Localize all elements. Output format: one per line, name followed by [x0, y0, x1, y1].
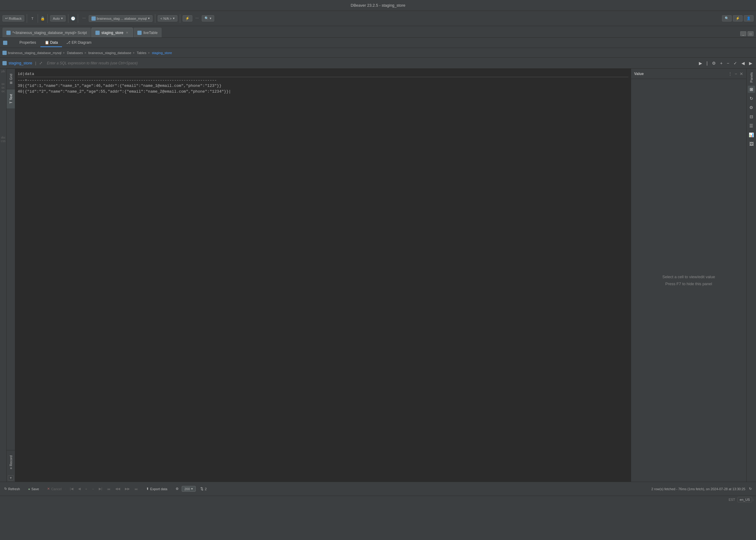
- connection-icon: [91, 16, 96, 21]
- filter-options-button[interactable]: ⚙: [711, 60, 717, 66]
- nav-prev[interactable]: ◀: [76, 486, 82, 492]
- limit-selector[interactable]: 200 ▾: [182, 486, 196, 492]
- toolbar-sep-4: [68, 14, 69, 23]
- search-global-button[interactable]: 🔍: [722, 15, 732, 22]
- sub-tab-er-diagram[interactable]: ⎇ ER Diagram: [62, 39, 96, 47]
- maximize-button[interactable]: □: [747, 31, 754, 36]
- filter-arrow-prev[interactable]: ◀: [740, 60, 746, 66]
- connections-button[interactable]: ⚡: [733, 15, 743, 22]
- breadcrumb-bar: braineous_staging_database_mysql ▸ Datab…: [0, 48, 756, 58]
- k6-label-2: 6K: [2, 86, 5, 89]
- tab-staging-store-close[interactable]: ✕: [125, 31, 129, 34]
- save-button[interactable]: ● Save: [26, 486, 41, 492]
- filter-apply-button[interactable]: ✓: [732, 60, 738, 66]
- data-header: id|data: [18, 71, 628, 77]
- status-bar: ↻ Refresh · ● Save · ✕ Cancel · |◀ ◀ + −…: [0, 482, 756, 496]
- nav-first[interactable]: |◀: [68, 486, 75, 492]
- er-icon: ⎇: [66, 40, 71, 45]
- minimize-button[interactable]: _: [740, 31, 746, 36]
- filter-add-button[interactable]: +: [719, 60, 724, 66]
- data-area[interactable]: id|data ---+----------------------------…: [15, 68, 631, 482]
- tab-livetable[interactable]: liveTable: [133, 28, 162, 37]
- filter-table-icon: [2, 61, 7, 65]
- auto-dropdown[interactable]: Auto ▾: [50, 15, 66, 22]
- action-btn-1[interactable]: ⚡: [183, 15, 192, 22]
- filter-table-name[interactable]: staging_store: [9, 61, 32, 65]
- nav-skip-end[interactable]: ⏭: [133, 486, 140, 492]
- right-icon-grid2[interactable]: ⊟: [748, 113, 755, 120]
- value-panel-minimize[interactable]: −: [735, 71, 737, 76]
- timezone-label: EST: [729, 498, 735, 501]
- rows-count: 2: [205, 487, 207, 491]
- nav-last[interactable]: ▶|: [97, 486, 104, 492]
- window-controls: _ □: [740, 31, 756, 37]
- filter-input[interactable]: [44, 60, 696, 67]
- nav-skip-begin[interactable]: ⏮: [105, 486, 112, 492]
- panels-label[interactable]: Panels: [748, 71, 754, 84]
- database-dropdown[interactable]: < N/A > ▾: [158, 15, 178, 22]
- tab-staging-store-icon: [95, 31, 100, 35]
- nav-add-row[interactable]: +: [83, 486, 89, 492]
- tab-livetable-icon: [137, 31, 142, 35]
- chevron-connection-icon: ▾: [148, 16, 150, 20]
- filter-arrow-next[interactable]: ▶: [748, 60, 754, 66]
- breadcrumb-staging-store[interactable]: staging_store: [152, 51, 172, 55]
- jdb-label: jdb: [1, 70, 5, 73]
- filter-run-button[interactable]: ▶: [698, 60, 703, 66]
- breadcrumb-databases[interactable]: Databases: [67, 51, 83, 55]
- bottom-status-bar: EST en_US :: [0, 496, 756, 503]
- rows-icon: ⇅: [200, 486, 204, 491]
- filter-stop-button[interactable]: |: [705, 60, 709, 66]
- status-right: 2 row(s) fetched - 76ms (1ms fetch), on …: [652, 486, 754, 492]
- row-id-2: 40: [18, 89, 23, 94]
- nav-skip-next[interactable]: ▶▶: [123, 486, 132, 492]
- tab-script[interactable]: *<braineous_staging_database_mysql> Scri…: [2, 28, 91, 37]
- limit-value: 200: [185, 487, 190, 491]
- user-button[interactable]: 👤: [744, 15, 754, 22]
- toolbar-sep-1: [27, 14, 27, 23]
- right-icon-settings[interactable]: ⚙: [748, 104, 755, 111]
- breadcrumb-db[interactable]: braineous_staging_database: [88, 51, 131, 55]
- locale-label: en_US: [737, 497, 752, 502]
- tab-staging-store[interactable]: staging_store ✕: [91, 28, 133, 37]
- filter-bar: staging_store | ⤢ ▶ | ⚙ + − ✓ ◀ ▶: [0, 58, 756, 68]
- right-icon-image[interactable]: 🖼: [748, 140, 755, 148]
- sub-tab-properties[interactable]: Properties: [15, 39, 41, 47]
- right-icon-table[interactable]: ⊞: [748, 86, 755, 93]
- breadcrumb-tables[interactable]: Tables: [137, 51, 146, 55]
- value-panel-title: Value: [634, 72, 644, 76]
- nav-skip-prev[interactable]: ◀◀: [113, 486, 122, 492]
- table-row[interactable]: 40|{"id":"2","name":"name_2","age":55,"a…: [18, 89, 628, 94]
- main-area: jdb 6K 6K 6K dbc t:55 ⊞ Grid T Text ≡ Re…: [0, 68, 756, 482]
- search-global-icon: 🔍: [725, 16, 729, 20]
- value-panel-close[interactable]: ✕: [740, 71, 743, 76]
- right-icon-chart[interactable]: 📊: [748, 131, 755, 139]
- subtab-table-icon: [3, 41, 7, 45]
- left-tab-record[interactable]: ≡ Record: [7, 450, 15, 474]
- toolbar: ↩ Rollback T 🔒 Auto ▾ 🕐 ⋯ braineous_stag…: [0, 11, 756, 26]
- export-button[interactable]: ⬆ Export data: [144, 486, 169, 492]
- connection-dropdown[interactable]: braineous_stag ... atabase_mysql ▾: [89, 15, 153, 22]
- data-separator: ---+------------------------------------…: [18, 78, 628, 83]
- left-tab-text[interactable]: T Text: [7, 89, 15, 108]
- right-icon-refresh[interactable]: ↻: [748, 95, 755, 102]
- table-row[interactable]: 39|{"id":1,"name":"name_1","age":46,"add…: [18, 83, 628, 89]
- breadcrumb-connection[interactable]: braineous_staging_database_mysql: [8, 51, 62, 55]
- filter-remove-button[interactable]: −: [726, 60, 730, 66]
- left-tab-grid[interactable]: ⊞ Grid: [7, 68, 15, 89]
- left-tab-collapse[interactable]: ▼: [8, 475, 14, 480]
- value-panel-menu[interactable]: ⋮: [728, 71, 732, 76]
- status-sync-button[interactable]: ↻: [747, 486, 754, 492]
- cancel-button[interactable]: ✕ Cancel: [45, 486, 63, 492]
- value-panel-content: Select a cell to view/edit value Press F…: [631, 79, 746, 482]
- sub-tab-data[interactable]: 📋 Data: [41, 39, 62, 47]
- settings-button[interactable]: ⚙: [174, 486, 181, 492]
- t55-label: t:55: [1, 140, 5, 143]
- refresh-button[interactable]: ↻ Refresh: [2, 486, 22, 492]
- filter-expand-icon[interactable]: ⤢: [39, 61, 43, 65]
- right-icon-columns[interactable]: ☰: [748, 122, 755, 129]
- refresh-icon: ↻: [4, 487, 7, 491]
- rollback-button[interactable]: ↩ Rollback: [2, 15, 24, 22]
- search-toolbar-button[interactable]: 🔍 ▾: [202, 15, 214, 22]
- nav-remove-row[interactable]: −: [90, 486, 96, 492]
